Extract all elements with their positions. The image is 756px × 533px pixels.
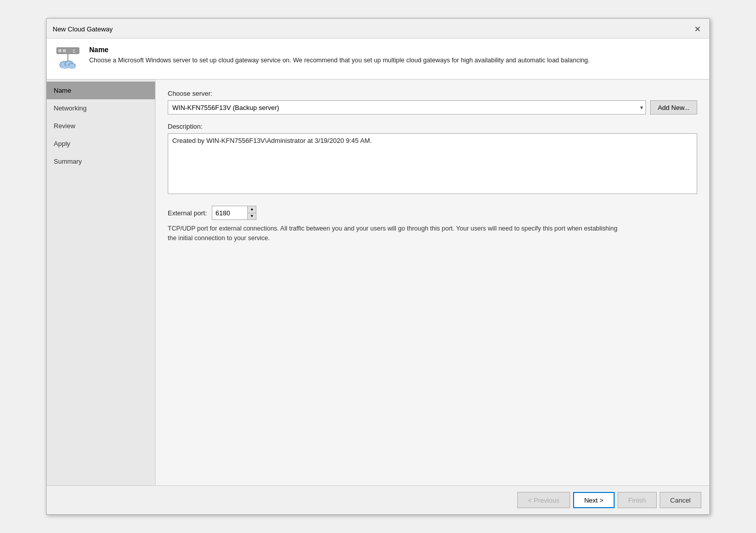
port-decrement-button[interactable]: ▼ <box>248 213 256 220</box>
server-select[interactable]: WIN-KFN7556F13V (Backup server) <box>168 100 646 115</box>
sidebar-item-review[interactable]: Review <box>47 117 155 135</box>
footer: < Previous Next > Finish Cancel <box>47 485 709 514</box>
port-hint: TCP/UDP port for external connections. A… <box>168 224 624 243</box>
svg-rect-8 <box>61 66 75 68</box>
svg-rect-1 <box>58 49 61 52</box>
next-button[interactable]: Next > <box>573 492 615 508</box>
port-label: External port: <box>168 209 207 217</box>
header-section: Name Choose a Microsoft Windows server t… <box>47 39 709 80</box>
spinner-buttons: ▲ ▼ <box>247 206 256 220</box>
sidebar: Name Networking Review Apply Summary <box>47 80 156 485</box>
cancel-button[interactable]: Cancel <box>660 492 701 508</box>
port-row: External port: ▲ ▼ <box>168 206 697 220</box>
title-bar: New Cloud Gateway ✕ <box>47 19 709 39</box>
description-textarea[interactable] <box>168 133 697 194</box>
server-select-wrapper[interactable]: WIN-KFN7556F13V (Backup server) ▼ <box>168 100 646 115</box>
header-description: Choose a Microsoft Windows server to set… <box>89 56 590 65</box>
description-label: Description: <box>168 123 697 130</box>
server-label: Choose server: <box>168 90 697 97</box>
dialog-title: New Cloud Gateway <box>53 25 113 33</box>
add-new-button[interactable]: Add New... <box>650 100 697 115</box>
port-input[interactable] <box>212 206 247 220</box>
server-row: WIN-KFN7556F13V (Backup server) ▼ Add Ne… <box>168 100 697 115</box>
header-text: Name Choose a Microsoft Windows server t… <box>89 46 590 65</box>
sidebar-item-networking[interactable]: Networking <box>47 99 155 117</box>
sidebar-item-apply[interactable]: Apply <box>47 135 155 153</box>
cloud-gateway-icon <box>55 46 81 72</box>
header-title: Name <box>89 46 590 54</box>
sidebar-item-name[interactable]: Name <box>47 82 155 99</box>
sidebar-item-summary[interactable]: Summary <box>47 153 155 170</box>
close-button[interactable]: ✕ <box>691 23 703 35</box>
svg-rect-3 <box>73 50 75 51</box>
port-increment-button[interactable]: ▲ <box>248 206 256 213</box>
main-content: Choose server: WIN-KFN7556F13V (Backup s… <box>156 80 709 485</box>
svg-rect-2 <box>63 49 66 52</box>
previous-button[interactable]: < Previous <box>517 492 570 508</box>
finish-button[interactable]: Finish <box>618 492 657 508</box>
body-section: Name Networking Review Apply Summary Cho… <box>47 80 709 485</box>
svg-rect-4 <box>73 52 75 53</box>
port-spinner: ▲ ▼ <box>212 206 256 220</box>
dialog: New Cloud Gateway ✕ Name Cho <box>46 18 710 515</box>
